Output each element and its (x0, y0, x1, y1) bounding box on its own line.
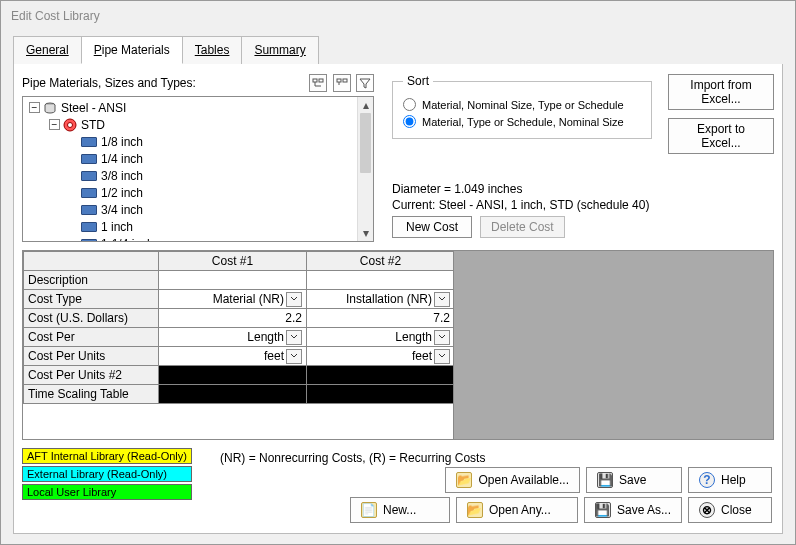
schedule-icon (63, 118, 77, 132)
cell-cost-per-2[interactable]: Length (307, 328, 455, 347)
save-as-button[interactable]: 💾Save As... (584, 497, 682, 523)
grid-header-cost1[interactable]: Cost #1 (159, 252, 307, 271)
tree-size-label[interactable]: 1/2 inch (101, 186, 143, 200)
collapse-icon[interactable]: − (49, 119, 60, 130)
open-any-label: Open Any... (489, 503, 567, 517)
tab-tables[interactable]: Tables (182, 36, 243, 64)
dropdown-icon[interactable] (286, 349, 302, 364)
save-button[interactable]: 💾Save (586, 467, 682, 493)
cell-cost-type-2-value: Installation (NR) (346, 292, 432, 306)
save-icon: 💾 (597, 472, 613, 488)
sort-legend: Sort (403, 74, 433, 88)
cell-cost-type-2[interactable]: Installation (NR) (307, 290, 455, 309)
scroll-down-icon[interactable]: ▾ (358, 225, 373, 241)
size-icon (81, 222, 97, 232)
size-icon (81, 154, 97, 164)
save-icon: 💾 (595, 502, 611, 518)
row-description-label: Description (24, 271, 159, 290)
tab-pipe-materials-label: Pipe Materials (94, 43, 170, 57)
folder-icon: 📂 (456, 472, 472, 488)
cell-cpu2-1-disabled (159, 366, 307, 385)
save-as-label: Save As... (617, 503, 671, 517)
expand-all-icon[interactable] (309, 74, 327, 92)
grid-header-cost2[interactable]: Cost #2 (307, 252, 455, 271)
legend-external: External Library (Read-Only) (22, 466, 192, 482)
cell-cost-type-1-value: Material (NR) (213, 292, 284, 306)
cell-cpu-1-value: feet (264, 349, 284, 363)
help-label: Help (721, 473, 761, 487)
svg-rect-0 (313, 79, 317, 82)
new-file-icon: 📄 (361, 502, 377, 518)
cell-ts-1-disabled (159, 385, 307, 404)
row-cost-per-units-label: Cost Per Units (24, 347, 159, 366)
import-from-excel-button[interactable]: Import from Excel... (668, 74, 774, 110)
open-available-label: Open Available... (478, 473, 569, 487)
cell-cost-per-units-2[interactable]: feet (307, 347, 455, 366)
tab-summary-label: Summary (254, 43, 305, 57)
collapse-all-icon[interactable] (333, 74, 351, 92)
window-title: Edit Cost Library (11, 9, 100, 23)
filter-tree-icon[interactable] (356, 74, 374, 92)
cell-cost-per-1[interactable]: Length (159, 328, 307, 347)
scroll-thumb[interactable] (360, 113, 371, 173)
top-row: Pipe Materials, Sizes and Types: − Steel… (22, 74, 774, 242)
save-label: Save (619, 473, 671, 487)
tree-size-label[interactable]: 3/4 inch (101, 203, 143, 217)
dropdown-icon[interactable] (434, 292, 450, 307)
tree-size-label[interactable]: 1/8 inch (101, 135, 143, 149)
svg-point-9 (68, 122, 73, 127)
sort-radio-2-input[interactable] (403, 115, 416, 128)
open-available-button[interactable]: 📂Open Available... (445, 467, 580, 493)
sort-radio-2[interactable]: Material, Type or Schedule, Nominal Size (403, 115, 641, 128)
tab-pipe-materials[interactable]: Pipe Materials (81, 36, 183, 64)
svg-rect-1 (319, 79, 323, 82)
materials-tree[interactable]: − Steel - ANSI − STD 1/8 inch 1/4 inch 3… (22, 96, 374, 242)
help-button[interactable]: ?Help (688, 467, 772, 493)
delete-cost-button: Delete Cost (480, 216, 565, 238)
tab-summary[interactable]: Summary (241, 36, 318, 64)
scroll-up-icon[interactable]: ▴ (358, 97, 373, 113)
cell-description-2[interactable] (307, 271, 455, 290)
cell-cpu-2-value: feet (412, 349, 432, 363)
tree-size-label[interactable]: 1 inch (101, 220, 133, 234)
tree-size-label[interactable]: 1/4 inch (101, 152, 143, 166)
cell-cost-per-units-1[interactable]: feet (159, 347, 307, 366)
tree-size-label[interactable]: 3/8 inch (101, 169, 143, 183)
new-cost-button[interactable]: New Cost (392, 216, 472, 238)
sort-radio-1-input[interactable] (403, 98, 416, 111)
cell-cost-usd-1[interactable]: 2.2 (159, 309, 307, 328)
dropdown-icon[interactable] (434, 349, 450, 364)
help-icon: ? (699, 472, 715, 488)
legend-local-user: Local User Library (22, 484, 192, 500)
cell-cost-type-1[interactable]: Material (NR) (159, 290, 307, 309)
dropdown-icon[interactable] (434, 330, 450, 345)
export-to-excel-button[interactable]: Export to Excel... (668, 118, 774, 154)
row-time-scaling-label: Time Scaling Table (24, 385, 159, 404)
tree-scrollbar[interactable]: ▴ ▾ (357, 97, 373, 241)
tree-root-label: Steel - ANSI (61, 101, 126, 115)
current-selection-label: Current: Steel - ANSI, 1 inch, STD (sche… (392, 198, 774, 212)
open-any-button[interactable]: 📂Open Any... (456, 497, 578, 523)
cost-grid: Cost #1 Cost #2 Description Cost Type Ma… (22, 250, 774, 440)
close-button[interactable]: ⊗Close (688, 497, 772, 523)
size-icon (81, 137, 97, 147)
grid-header-blank (24, 252, 159, 271)
recurring-note: (NR) = Nonrecurring Costs, (R) = Recurri… (220, 451, 485, 465)
sort-radio-2-label: Material, Type or Schedule, Nominal Size (422, 116, 624, 128)
cost-table[interactable]: Cost #1 Cost #2 Description Cost Type Ma… (23, 251, 455, 404)
cell-cost-usd-2[interactable]: 7.2 (307, 309, 455, 328)
dropdown-icon[interactable] (286, 292, 302, 307)
legend-aft-internal: AFT Internal Library (Read-Only) (22, 448, 192, 464)
tab-general[interactable]: General (13, 36, 82, 64)
tab-general-label: General (26, 43, 69, 57)
collapse-icon[interactable]: − (29, 102, 40, 113)
cell-description-1[interactable] (159, 271, 307, 290)
tab-tables-label: Tables (195, 43, 230, 57)
dropdown-icon[interactable] (286, 330, 302, 345)
row-cost-type-label: Cost Type (24, 290, 159, 309)
tree-size-label[interactable]: 1-1/4 inch (101, 237, 154, 243)
new-button[interactable]: 📄New... (350, 497, 450, 523)
row-cost-per-label: Cost Per (24, 328, 159, 347)
tree-label-row: Pipe Materials, Sizes and Types: (22, 74, 374, 92)
sort-radio-1[interactable]: Material, Nominal Size, Type or Schedule (403, 98, 641, 111)
